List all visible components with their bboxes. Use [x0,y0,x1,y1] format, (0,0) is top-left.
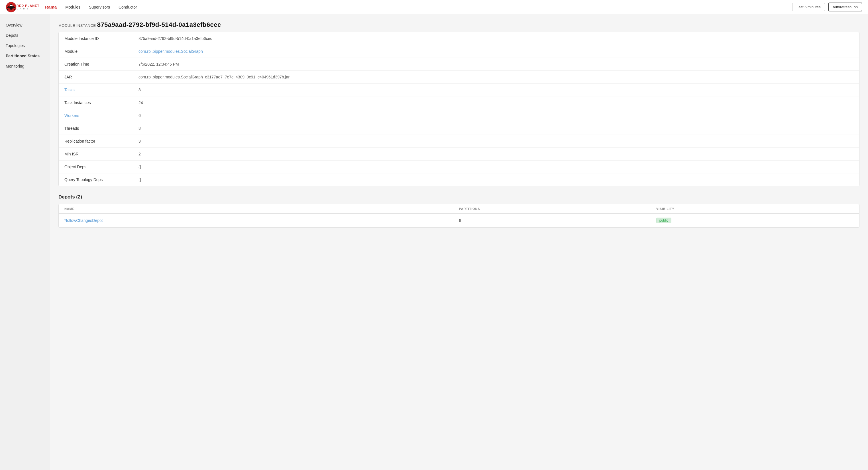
sidebar: Overview Depots Topologies Partitioned S… [0,14,50,470]
depot-name-link[interactable]: *followChangesDepot [64,218,103,223]
label-object-deps: Object Deps [64,165,138,169]
col-header-visibility: VISIBILITY [656,207,854,210]
col-header-name: NAME [64,207,459,210]
table-row: *followChangesDepot 8 public [59,214,859,227]
depot-visibility: public [656,217,854,223]
value-tasks: 8 [138,88,141,92]
depots-table-header: NAME PARTITIONS VISIBILITY [59,204,859,214]
label-replication-factor: Replication factor [64,139,138,143]
sidebar-item-overview[interactable]: Overview [0,20,50,30]
nav-supervisors[interactable]: Supervisors [89,5,110,9]
info-row-module: Module com.rpl.bipper.modules.SocialGrap… [59,45,859,58]
value-task-instances: 24 [138,100,143,105]
info-row-task-instances: Task Instances 24 [59,96,859,109]
autorefresh-button[interactable]: autorefresh: on [828,3,862,11]
module-instance-id: 875a9aad-2792-bf9d-514d-0a1a3efb6cec [97,21,221,28]
logo-area: RED PLANET L A B S [6,2,39,12]
value-workers: 6 [138,113,141,118]
module-instance-header: MODULE INSTANCE 875a9aad-2792-bf9d-514d-… [58,21,860,29]
info-row-replication-factor: Replication factor 3 [59,135,859,148]
sidebar-item-monitoring[interactable]: Monitoring [0,61,50,71]
depots-table: NAME PARTITIONS VISIBILITY *followChange… [58,204,860,228]
nav-links: Modules Supervisors Conductor [65,5,792,9]
svg-line-9 [13,7,16,8]
info-row-query-topology-deps: Query Topology Deps {} [59,173,859,186]
header: RED PLANET L A B S Rama Modules Supervis… [0,0,868,14]
depot-partitions: 8 [459,218,656,223]
info-row-jar: JAR com.rpl.bipper.modules.SocialGraph_c… [59,71,859,84]
brand-text: RED PLANET L A B S [17,4,39,10]
depot-name[interactable]: *followChangesDepot [64,218,459,223]
info-row-object-deps: Object Deps {} [59,160,859,173]
value-replication-factor: 3 [138,139,141,143]
label-jar: JAR [64,75,138,79]
value-object-deps: {} [138,165,141,169]
layout: Overview Depots Topologies Partitioned S… [0,14,868,470]
module-instance-prefix: MODULE INSTANCE [58,23,96,28]
info-row-module-instance-id: Module Instance ID 875a9aad-2792-bf9d-51… [59,32,859,45]
rama-label: Rama [45,5,57,9]
value-module-instance-id: 875a9aad-2792-bf9d-514d-0a1a3efb6cec [138,36,212,41]
brand-red-label: RED PLANET [17,4,39,7]
label-query-topology-deps: Query Topology Deps [64,177,138,182]
sidebar-item-depots[interactable]: Depots [0,30,50,40]
info-row-tasks: Tasks 8 [59,84,859,96]
label-module-instance-id: Module Instance ID [64,36,138,41]
main-content: MODULE INSTANCE 875a9aad-2792-bf9d-514d-… [50,14,868,470]
svg-line-6 [7,7,9,8]
info-row-creation-time: Creation Time 7/5/2022, 12:34:45 PM [59,58,859,71]
col-header-partitions: PARTITIONS [459,207,656,210]
nav-modules[interactable]: Modules [65,5,80,9]
label-creation-time: Creation Time [64,62,138,66]
sidebar-item-topologies[interactable]: Topologies [0,40,50,51]
info-row-workers: Workers 6 [59,109,859,122]
value-threads: 8 [138,126,141,130]
value-module[interactable]: com.rpl.bipper.modules.SocialGraph [138,49,203,54]
spiderman-logo [6,2,17,12]
value-query-topology-deps: {} [138,177,141,182]
label-module: Module [64,49,138,54]
value-min-isr: 2 [138,152,141,156]
label-task-instances: Task Instances [64,100,138,105]
label-threads: Threads [64,126,138,130]
status-badge: public [656,217,671,223]
nav-conductor[interactable]: Conductor [119,5,137,9]
value-jar: com.rpl.bipper.modules.SocialGraph_c3177… [138,75,289,79]
info-row-min-isr: Min ISR 2 [59,148,859,160]
brand-labs-label: L A B S [17,7,39,10]
header-right: Last 5 minutes autorefresh: on [792,3,862,11]
last-minutes-button[interactable]: Last 5 minutes [792,3,825,11]
value-creation-time: 7/5/2022, 12:34:45 PM [138,62,179,66]
info-row-threads: Threads 8 [59,122,859,135]
module-info-table: Module Instance ID 875a9aad-2792-bf9d-51… [58,32,860,186]
label-workers[interactable]: Workers [64,113,138,118]
label-min-isr: Min ISR [64,152,138,156]
depots-section-heading: Depots (2) [58,194,860,200]
sidebar-item-partitioned-states[interactable]: Partitioned States [0,51,50,61]
label-tasks[interactable]: Tasks [64,88,138,92]
